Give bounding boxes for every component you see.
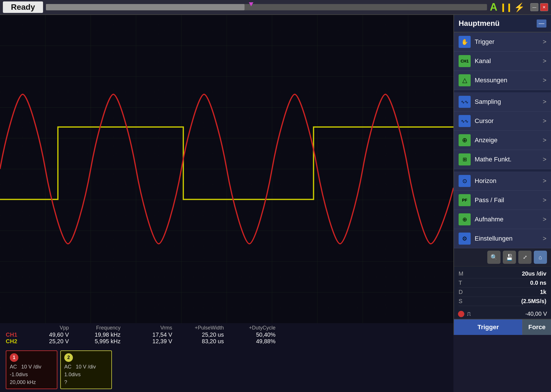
ch1-freq: 19,98 kHz <box>75 331 126 338</box>
cursor-icon: ∿∿ <box>459 115 471 127</box>
ch1-pulse: 25,20 us <box>178 331 230 338</box>
ch1-vrms: 17,54 V <box>126 331 178 338</box>
menu-item-anzeige[interactable]: ⊕ Anzeige > <box>454 131 551 150</box>
cursor-arrow-icon: > <box>543 117 546 125</box>
mathe-arrow-icon: > <box>543 156 546 163</box>
menu-cursor-label: Cursor <box>475 117 543 125</box>
main-content: 2 1 <box>0 15 551 392</box>
menu-item-mathe[interactable]: ⊞ Mathe Funkt. > <box>454 150 551 169</box>
kanal-arrow-icon: > <box>543 57 546 65</box>
zoom-button[interactable]: 🔍 <box>487 251 500 264</box>
horizon-icon: ⊙ <box>459 175 471 187</box>
menu-item-sampling[interactable]: ∿∿ Sampling > <box>454 92 551 112</box>
kanal-icon: CH1 <box>459 55 471 67</box>
duty-header: +DutyCycle <box>230 325 281 331</box>
passfail-arrow-icon: > <box>543 196 546 204</box>
menu-kanal-label: Kanal <box>475 57 543 65</box>
ch1-duty: 50,40% <box>230 331 281 338</box>
trigger-button[interactable]: Trigger <box>454 319 522 335</box>
anzeige-arrow-icon: > <box>543 136 546 144</box>
menu-passfail-label: Pass / Fail <box>475 196 543 204</box>
menu-header: Hauptmenü — <box>454 15 551 32</box>
trigger-setting-row: ⎍ -40,00 V <box>454 309 551 319</box>
ch1-freq: 20,000 kHz <box>10 379 36 385</box>
aufnahme-icon: ⊕ <box>459 213 471 225</box>
s-value: (2.5MS/s) <box>521 298 546 305</box>
mathe-icon: ⊞ <box>459 153 471 165</box>
export-button[interactable]: ⤢ <box>518 251 531 264</box>
menu-trigger-label: Trigger <box>475 38 543 46</box>
menu-item-messungen[interactable]: △ Messungen > <box>454 71 551 90</box>
pulse-header: +PulseWidth <box>178 325 230 331</box>
d-value: 1k <box>540 289 546 295</box>
menu-sampling-label: Sampling <box>475 98 543 106</box>
anzeige-icon: ⊕ <box>459 134 471 146</box>
menu-aufnahme-label: Aufnahme <box>475 216 543 223</box>
trigger-arrow-icon: > <box>543 38 546 46</box>
einstellungen-arrow-icon: > <box>543 235 546 242</box>
menu-item-kanal[interactable]: CH1 Kanal > <box>454 52 551 71</box>
m-value: 20us /div <box>522 270 546 277</box>
ch2-pulse: 83,20 us <box>178 338 230 345</box>
ch1-box[interactable]: 1 AC 10 V /div -1.0divs 20,000 kHz <box>6 350 57 389</box>
menu-item-trigger[interactable]: ✋ Trigger > <box>454 32 551 52</box>
menu-item-einstellungen[interactable]: ⚙ Einstellungen > <box>454 229 551 248</box>
menu-collapse-button[interactable]: — <box>537 19 546 28</box>
menu-item-horizon[interactable]: ⊙ Horizon > <box>454 171 551 191</box>
close-button[interactable]: ✕ <box>540 3 548 11</box>
ch2-duty: 49,88% <box>230 338 281 345</box>
timescale-panel: M 20us /div T 0.0 ns D 1k S (2.5MS/s) <box>454 266 551 309</box>
ch2-meas-label: CH2 <box>6 338 23 345</box>
lightning-icon: ⚡ <box>514 2 525 12</box>
channel-a-icon: A <box>490 1 497 13</box>
menu-item-aufnahme[interactable]: ⊕ Aufnahme > <box>454 210 551 229</box>
waveform-display: 2 1 <box>0 15 453 323</box>
menu-item-passfail[interactable]: PF Pass / Fail > <box>454 191 551 210</box>
ch2-vpp: 25,20 V <box>23 338 75 345</box>
waveform-svg <box>0 15 453 323</box>
freq-header: Frequency <box>75 325 126 331</box>
t-label: T <box>459 280 462 286</box>
menu-horizon-label: Horizon <box>475 177 543 185</box>
vrms-header: Vrms <box>126 325 178 331</box>
force-button[interactable]: Force <box>522 319 551 335</box>
ch2-freq: 5,995 kHz <box>75 338 126 345</box>
save-button[interactable]: 💾 <box>503 251 516 264</box>
home-button[interactable]: ⌂ <box>534 251 547 264</box>
ch1-badge: 1 <box>10 353 18 362</box>
trigger-voltage: -40,00 V <box>525 311 547 317</box>
sampling-arrow-icon: > <box>543 98 546 106</box>
progress-bar <box>46 4 487 10</box>
ch1-vdiv: 10 V /div <box>21 364 41 370</box>
scope-area: 2 1 <box>0 15 453 392</box>
einstellungen-icon: ⚙ <box>459 233 471 245</box>
m-label: M <box>459 270 463 277</box>
ch2-vrms: 12,39 V <box>126 338 178 345</box>
ch1-position: -1.0divs <box>10 372 28 377</box>
sampling-icon: ∿∿ <box>459 96 471 108</box>
menu-item-cursor[interactable]: ∿∿ Cursor > <box>454 112 551 131</box>
menu-messungen-label: Messungen <box>475 77 543 84</box>
menu-title: Hauptmenü <box>459 19 500 28</box>
ready-badge: Ready <box>3 1 43 13</box>
ch2-badge: 2 <box>64 353 73 362</box>
messungen-arrow-icon: > <box>543 77 546 84</box>
menu-mathe-label: Mathe Funkt. <box>475 156 543 163</box>
ch2-unknown: ? <box>64 379 67 385</box>
scope-controls: 🔍 💾 ⤢ ⌂ <box>454 248 551 266</box>
vpp-header: Vpp <box>23 325 75 331</box>
aufnahme-arrow-icon: > <box>543 216 546 223</box>
topbar: Ready A ❙❙ ⚡ — ✕ <box>0 0 551 15</box>
ch2-box[interactable]: 2 AC 10 V /div 1.0divs ? <box>60 350 112 389</box>
ch1-coupling: AC <box>10 364 17 370</box>
ch1-vpp: 49,60 V <box>23 331 75 338</box>
t-value: 0.0 ns <box>530 280 546 286</box>
bottom-right-panel: 🔍 💾 ⤢ ⌂ M 20us /div T 0.0 ns D 1k <box>453 248 551 335</box>
window-controls: — ✕ <box>530 3 548 11</box>
menu-divider-2 <box>454 169 551 171</box>
main-menu: Hauptmenü — ✋ Trigger > CH1 Kanal > △ Me… <box>453 15 551 248</box>
trigger-force-bar: Trigger Force <box>454 319 551 335</box>
d-label: D <box>459 289 463 295</box>
minimize-button[interactable]: — <box>530 3 538 11</box>
trigger-icon: ✋ <box>459 36 471 48</box>
